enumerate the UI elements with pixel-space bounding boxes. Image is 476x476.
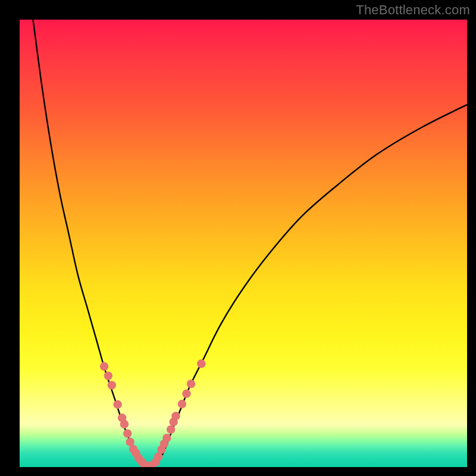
- data-marker: [113, 400, 121, 409]
- data-marker: [162, 434, 171, 442]
- data-marker: [123, 429, 131, 437]
- data-marker: [187, 380, 195, 388]
- data-marker: [167, 425, 175, 434]
- data-marker: [182, 389, 190, 397]
- left-curve: [33, 20, 145, 467]
- data-marker: [178, 400, 186, 408]
- right-curve: [154, 105, 467, 467]
- data-marker: [104, 371, 112, 380]
- data-marker: [171, 412, 180, 420]
- data-marker: [120, 420, 129, 428]
- watermark-text: TheBottleneck.com: [356, 2, 470, 18]
- data-marker: [108, 381, 116, 389]
- data-marker: [197, 359, 205, 368]
- data-marker: [100, 362, 108, 371]
- curves-svg: [20, 20, 467, 467]
- plot-area: [20, 20, 467, 467]
- marker-group: [100, 359, 206, 467]
- chart-stage: TheBottleneck.com: [0, 0, 476, 476]
